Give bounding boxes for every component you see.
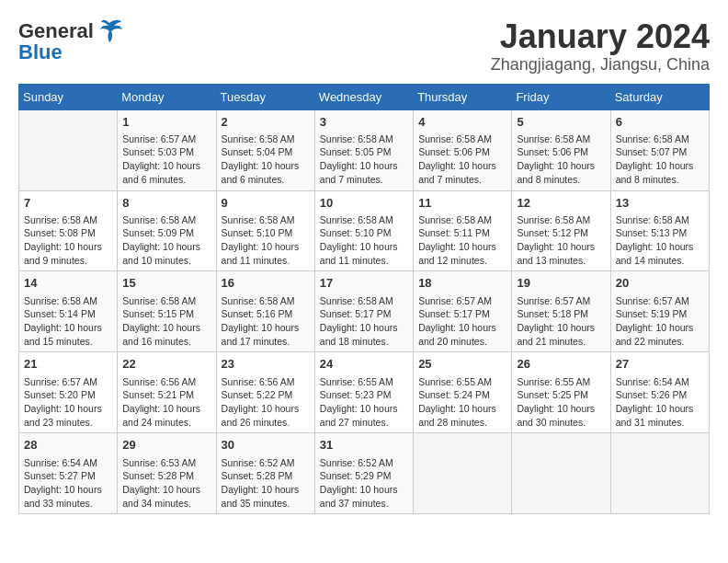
day-info: Sunrise: 6:58 AM [418,213,506,227]
day-info: Sunset: 5:04 PM [222,145,310,159]
day-number: 22 [122,356,210,373]
day-info: Sunset: 5:15 PM [122,307,210,321]
day-info: Daylight: 10 hours [418,159,506,173]
day-info: Sunrise: 6:55 AM [517,375,605,389]
calendar-cell [414,433,512,514]
day-info: Daylight: 10 hours [320,402,408,416]
day-info: Sunrise: 6:58 AM [222,213,310,227]
day-info: Sunrise: 6:58 AM [24,294,112,308]
day-number: 14 [24,275,112,292]
day-info: Sunset: 5:23 PM [320,388,408,402]
calendar-cell [610,433,709,514]
day-info: Sunset: 5:13 PM [616,226,704,240]
calendar-cell: 3Sunrise: 6:58 AMSunset: 5:05 PMDaylight… [314,109,413,190]
header-tuesday: Tuesday [216,84,314,109]
day-info: Daylight: 10 hours [122,159,210,173]
day-info: Sunrise: 6:55 AM [320,375,408,389]
calendar-cell: 18Sunrise: 6:57 AMSunset: 5:17 PMDayligh… [414,271,512,352]
day-info: and 22 minutes. [616,335,704,349]
day-info: Daylight: 10 hours [418,321,506,335]
day-info: Sunrise: 6:58 AM [517,213,605,227]
day-info: Sunrise: 6:54 AM [24,456,112,470]
day-info: Sunrise: 6:57 AM [616,294,704,308]
day-info: Daylight: 10 hours [616,159,704,173]
day-info: Sunset: 5:17 PM [418,307,506,321]
day-info: Sunrise: 6:52 AM [222,456,310,470]
day-info: Sunrise: 6:58 AM [24,213,112,227]
logo: General Blue [18,18,123,64]
calendar-body: 1Sunrise: 6:57 AMSunset: 5:03 PMDaylight… [19,109,710,514]
day-info: and 16 minutes. [122,335,210,349]
day-info: and 24 minutes. [122,416,210,430]
calendar-cell: 17Sunrise: 6:58 AMSunset: 5:17 PMDayligh… [314,271,413,352]
day-info: Sunrise: 6:58 AM [320,213,408,227]
day-info: Sunset: 5:22 PM [222,388,310,402]
day-info: Daylight: 10 hours [24,321,112,335]
day-info: and 6 minutes. [122,173,210,187]
day-info: Sunset: 5:28 PM [222,469,310,483]
day-info: and 33 minutes. [24,497,112,511]
day-info: Sunset: 5:20 PM [24,388,112,402]
day-info: Daylight: 10 hours [320,240,408,254]
calendar-cell: 28Sunrise: 6:54 AMSunset: 5:27 PMDayligh… [19,433,118,514]
day-info: Sunrise: 6:58 AM [418,132,506,146]
day-info: and 13 minutes. [517,254,605,268]
day-info: and 31 minutes. [616,416,704,430]
day-info: Daylight: 10 hours [24,402,112,416]
day-info: Sunset: 5:27 PM [24,469,112,483]
day-info: Sunrise: 6:58 AM [122,294,210,308]
day-number: 17 [320,275,408,292]
day-info: and 30 minutes. [517,416,605,430]
day-info: Sunset: 5:19 PM [616,307,704,321]
day-number: 7 [24,195,112,212]
calendar-week-0: 1Sunrise: 6:57 AMSunset: 5:03 PMDaylight… [19,109,710,190]
day-info: Sunrise: 6:58 AM [222,132,310,146]
day-info: Sunset: 5:17 PM [320,307,408,321]
day-number: 31 [320,437,408,454]
day-number: 27 [616,356,704,373]
day-info: Sunset: 5:29 PM [320,469,408,483]
day-info: and 20 minutes. [418,335,506,349]
day-number: 11 [418,195,506,212]
day-info: Sunrise: 6:57 AM [24,375,112,389]
calendar-cell: 8Sunrise: 6:58 AMSunset: 5:09 PMDaylight… [118,190,216,271]
page-header: General Blue January 2024 Zhangjiagang, … [18,18,710,75]
calendar-cell: 14Sunrise: 6:58 AMSunset: 5:14 PMDayligh… [19,271,118,352]
day-number: 12 [517,195,605,212]
calendar-cell: 22Sunrise: 6:56 AMSunset: 5:21 PMDayligh… [118,352,216,433]
day-number: 13 [616,195,704,212]
day-info: Sunset: 5:18 PM [517,307,605,321]
day-info: Daylight: 10 hours [320,483,408,497]
day-info: Sunset: 5:10 PM [320,226,408,240]
day-info: Daylight: 10 hours [616,321,704,335]
calendar-cell: 7Sunrise: 6:58 AMSunset: 5:08 PMDaylight… [19,190,118,271]
day-number: 4 [418,114,506,131]
day-info: Sunset: 5:12 PM [517,226,605,240]
day-info: Daylight: 10 hours [222,402,310,416]
day-number: 3 [320,114,408,131]
day-info: Sunset: 5:06 PM [517,145,605,159]
day-info: Daylight: 10 hours [222,240,310,254]
day-info: and 8 minutes. [517,173,605,187]
day-number: 20 [616,275,704,292]
header-monday: Monday [118,84,216,109]
day-number: 19 [517,275,605,292]
day-info: and 8 minutes. [616,173,704,187]
calendar-cell: 31Sunrise: 6:52 AMSunset: 5:29 PMDayligh… [314,433,413,514]
day-info: Sunrise: 6:58 AM [222,294,310,308]
calendar-cell: 21Sunrise: 6:57 AMSunset: 5:20 PMDayligh… [19,352,118,433]
day-info: Sunrise: 6:57 AM [418,294,506,308]
calendar-cell: 26Sunrise: 6:55 AMSunset: 5:25 PMDayligh… [512,352,610,433]
day-info: Sunset: 5:07 PM [616,145,704,159]
day-info: Daylight: 10 hours [122,483,210,497]
day-info: Daylight: 10 hours [320,321,408,335]
day-info: and 34 minutes. [122,497,210,511]
day-info: Sunrise: 6:58 AM [616,213,704,227]
calendar-cell: 12Sunrise: 6:58 AMSunset: 5:12 PMDayligh… [512,190,610,271]
day-info: and 12 minutes. [418,254,506,268]
calendar-title: January 2024 [491,18,710,55]
day-info: Daylight: 10 hours [517,240,605,254]
day-info: Daylight: 10 hours [517,159,605,173]
day-info: Daylight: 10 hours [320,159,408,173]
day-info: Daylight: 10 hours [122,240,210,254]
